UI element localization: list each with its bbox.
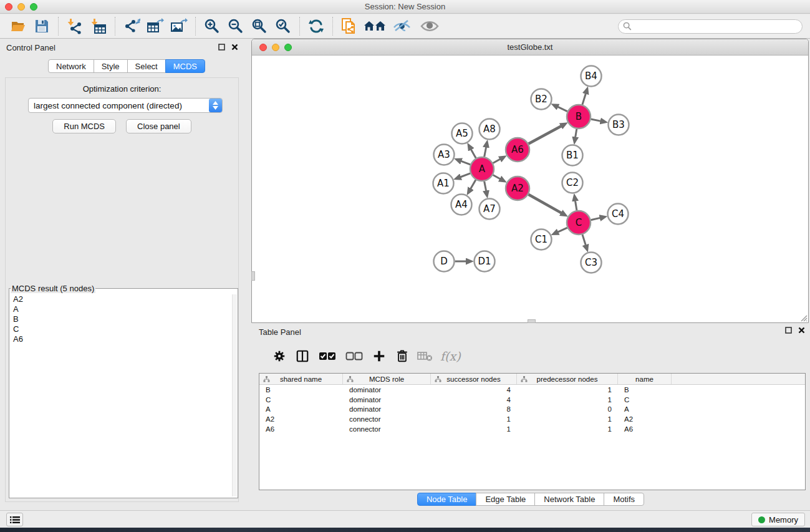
deselect-all-button[interactable]: [343, 347, 365, 365]
column-header-successor-nodes[interactable]: successor nodes: [431, 374, 517, 384]
show-all-button[interactable]: [417, 16, 442, 37]
add-column-button[interactable]: [370, 347, 388, 365]
select-all-button[interactable]: [316, 347, 339, 365]
table-row[interactable]: A6connector11A6: [259, 424, 805, 434]
close-panel-icon[interactable]: [231, 44, 238, 51]
float-panel-icon[interactable]: [785, 327, 792, 334]
column-header-shared-name[interactable]: shared name: [259, 374, 343, 384]
graph-edge-A-A6[interactable]: [493, 159, 500, 163]
table-cell[interactable]: A6: [259, 425, 343, 433]
table-cell[interactable]: 0: [517, 405, 618, 413]
mcds-result-item[interactable]: A6: [10, 334, 231, 344]
mcds-result-item[interactable]: A2: [10, 294, 231, 304]
table-cell[interactable]: 1: [517, 415, 618, 423]
table-row[interactable]: Cdominator41C: [259, 395, 805, 405]
tab-node-table[interactable]: Node Table: [417, 493, 477, 506]
duplicate-network-button[interactable]: [339, 16, 360, 37]
search-input[interactable]: [634, 21, 802, 32]
table-cell[interactable]: A: [259, 405, 343, 413]
graph-edge-A-A5[interactable]: [471, 150, 476, 158]
refresh-button[interactable]: [306, 16, 327, 37]
column-header-MCDS-role[interactable]: MCDS role: [343, 374, 431, 384]
close-panel-icon[interactable]: [798, 327, 805, 334]
column-header-predecessor-nodes[interactable]: predecessor nodes: [517, 374, 618, 384]
table-cell[interactable]: A: [618, 405, 672, 413]
tab-mcds[interactable]: MCDS: [165, 59, 205, 73]
save-session-button[interactable]: [31, 16, 52, 37]
mcds-result-item[interactable]: A: [10, 304, 231, 314]
graph-edge-C-C2[interactable]: [576, 201, 577, 210]
run-mcds-button[interactable]: Run MCDS: [52, 119, 116, 133]
table-cell[interactable]: B: [259, 386, 343, 394]
table-cell[interactable]: 1: [517, 396, 618, 404]
import-network-button[interactable]: [64, 16, 85, 37]
table-cell[interactable]: 8: [431, 405, 517, 413]
zoom-in-button[interactable]: [201, 16, 223, 37]
function-builder-button[interactable]: f(x): [440, 349, 461, 363]
graph-edge-A-A2[interactable]: [493, 175, 500, 179]
mcds-result-scrollbar[interactable]: [232, 294, 237, 496]
tab-motifs[interactable]: Motifs: [604, 493, 644, 506]
memory-button[interactable]: Memory: [751, 513, 805, 526]
graph-edge-C-C4[interactable]: [591, 218, 600, 220]
table-cell[interactable]: A6: [618, 425, 672, 433]
table-cell[interactable]: C: [618, 396, 672, 404]
graph-edge-A-A7[interactable]: [485, 181, 486, 191]
table-cell[interactable]: 4: [431, 386, 517, 394]
graph-edge-C-C1[interactable]: [558, 228, 567, 232]
table-cell[interactable]: dominator: [343, 386, 431, 394]
delete-column-button[interactable]: [393, 347, 412, 365]
table-cell[interactable]: A2: [618, 415, 672, 423]
table-row[interactable]: Adominator80A: [259, 404, 805, 414]
graph-edge-A-A3[interactable]: [461, 161, 471, 165]
graph-edge-C-C3[interactable]: [582, 235, 586, 245]
export-network-button[interactable]: [121, 16, 142, 37]
network-vertical-scrollbar[interactable]: [251, 271, 255, 281]
graph-edge-A2-C[interactable]: [528, 195, 561, 213]
table-row[interactable]: A2connector11A2: [259, 414, 805, 424]
graph-edge-B-B4[interactable]: [582, 94, 586, 105]
float-panel-icon[interactable]: [218, 44, 225, 51]
tab-style[interactable]: Style: [94, 59, 128, 73]
tab-network[interactable]: Network: [48, 59, 94, 73]
open-file-button[interactable]: [7, 16, 29, 37]
zoom-selected-button[interactable]: [272, 16, 294, 37]
destroy-table-button[interactable]: [416, 347, 435, 365]
table-settings-button[interactable]: [270, 347, 289, 365]
task-history-button[interactable]: [6, 513, 23, 526]
table-row[interactable]: Bdominator41B: [259, 385, 805, 395]
tab-select[interactable]: Select: [127, 59, 166, 73]
graph-edge-A-A8[interactable]: [485, 147, 486, 157]
table-cell[interactable]: dominator: [343, 396, 431, 404]
column-header-name[interactable]: name: [618, 374, 672, 384]
export-image-button[interactable]: [168, 16, 190, 37]
table-cell[interactable]: 1: [431, 415, 517, 423]
table-cell[interactable]: C: [259, 396, 343, 404]
resize-grip-icon[interactable]: [799, 313, 808, 322]
tab-edge-table[interactable]: Edge Table: [476, 493, 535, 506]
table-cell[interactable]: 4: [431, 396, 517, 404]
show-columns-button[interactable]: [293, 347, 312, 365]
table-cell[interactable]: 1: [517, 386, 618, 394]
graph-edge-B-B1[interactable]: [576, 129, 577, 137]
import-table-button[interactable]: [88, 16, 109, 37]
mcds-result-item[interactable]: C: [10, 324, 231, 334]
table-cell[interactable]: A2: [259, 415, 343, 423]
graph-edge-B-B3[interactable]: [591, 119, 600, 121]
export-table-button[interactable]: [145, 16, 166, 37]
hide-selected-button[interactable]: [390, 16, 415, 37]
graph-edge-A6-B[interactable]: [529, 126, 561, 143]
table-cell[interactable]: 1: [431, 425, 517, 433]
mcds-result-item[interactable]: B: [10, 314, 231, 324]
graph-edge-B-B2[interactable]: [558, 107, 567, 111]
criterion-dropdown[interactable]: largest connected component (directed): [28, 98, 223, 113]
network-graph-canvas[interactable]: B4B2BB3A8A5A6A3B1AC2A1A2A4A7C4CC1DD1C3: [252, 56, 808, 323]
tab-network-table[interactable]: Network Table: [534, 493, 604, 506]
graph-edge-A-A1[interactable]: [461, 173, 471, 177]
zoom-fit-button[interactable]: [249, 16, 270, 37]
close-panel-button[interactable]: Close panel: [126, 119, 191, 133]
table-cell[interactable]: dominator: [343, 405, 431, 413]
houses-button[interactable]: [362, 16, 387, 37]
table-cell[interactable]: connector: [343, 425, 431, 433]
table-cell[interactable]: B: [618, 386, 672, 394]
